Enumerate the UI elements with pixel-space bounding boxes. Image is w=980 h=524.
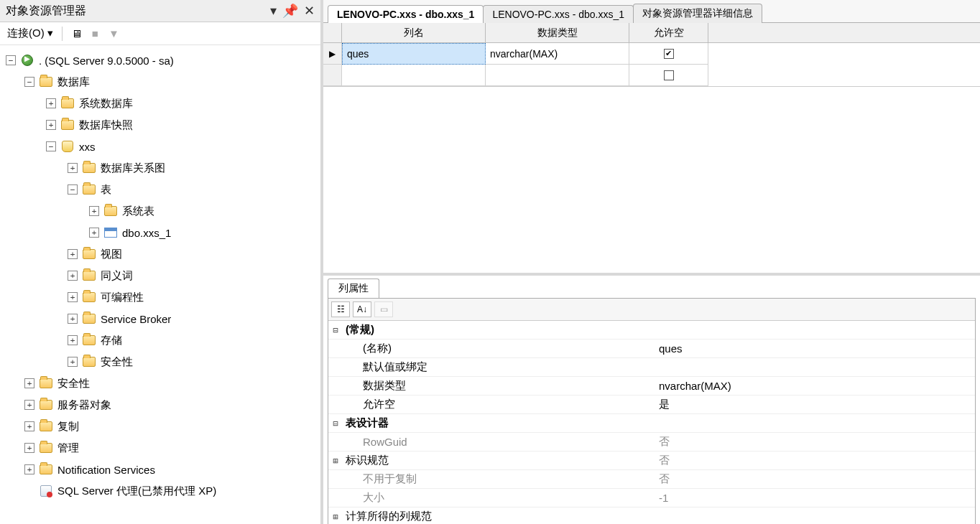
server-icon [22,55,33,66]
expand-icon[interactable]: ⊞ [328,512,343,522]
prop-rowguid[interactable]: RowGuid 否 [328,433,975,452]
expand-icon[interactable]: + [46,120,56,130]
object-explorer-panel: 对象资源管理器 ▾ 📌 ✕ 连接(O) ▾ 🖥 ■ ▼ − . (SQL Ser… [0,0,323,524]
disconnect-icon[interactable]: 🖥 [68,26,85,41]
tree-snapshots-node[interactable]: + 数据库快照 [3,114,318,136]
table-icon [104,228,117,238]
cell-allow-null[interactable]: ✔ [629,43,708,65]
close-icon[interactable]: ✕ [304,3,315,19]
collapse-icon[interactable]: ⊟ [328,325,343,335]
expand-icon[interactable]: + [24,400,34,410]
tree-storage-node[interactable]: + 存储 [3,329,318,351]
collapse-icon[interactable]: − [46,141,56,151]
folder-icon [40,464,52,474]
expand-icon[interactable]: + [24,421,34,431]
folder-icon [40,443,52,453]
tree-tables-node[interactable]: − 表 [3,179,318,200]
collapse-icon[interactable]: − [6,55,16,65]
folder-icon [40,77,52,87]
prop-default[interactable]: 默认值或绑定 [328,358,975,377]
tab-column-properties[interactable]: 列属性 [328,279,379,298]
tree-usertable-node[interactable]: + dbo.xxs_1 [3,222,318,243]
expand-icon[interactable]: + [68,249,78,259]
tree-servicebroker-node[interactable]: + Service Broker [3,308,318,329]
expand-icon[interactable]: + [46,98,56,108]
tree-synonyms-node[interactable]: + 同义词 [3,265,318,286]
tree-server-node[interactable]: − . (SQL Server 9.0.5000 - sa) [3,50,318,71]
tree-dbsecurity-node[interactable]: + 安全性 [3,351,318,373]
prop-identity[interactable]: ⊞ 标识规范 否 [328,452,975,470]
tree-serverobjects-node[interactable]: + 服务器对象 [3,394,318,416]
prop-group-designer[interactable]: ⊟ 表设计器 [328,414,975,433]
expand-icon[interactable]: + [68,314,78,324]
grid-row[interactable]: ▶ ques nvarchar(MAX) ✔ [323,43,980,65]
expand-icon[interactable]: + [68,357,78,367]
tree-db-xxs-node[interactable]: − xxs [3,136,318,157]
expand-icon[interactable]: + [68,163,78,173]
column-properties-panel: 列属性 ☷ A↓ ▭ ⊟ (常规) [323,273,980,524]
grid-row-empty[interactable] [323,65,980,86]
folder-icon [83,314,96,324]
expand-icon[interactable]: + [68,292,78,302]
prop-notforrepl[interactable]: 不用于复制 否 [328,470,975,489]
tree-sysdb-node[interactable]: + 系统数据库 [3,93,318,114]
row-indicator-icon: ▶ [329,49,336,59]
cell-column-name[interactable]: ques [342,43,486,65]
checkbox-unchecked-icon[interactable] [664,70,674,80]
expand-icon[interactable]: + [89,206,99,216]
categorized-view-icon[interactable]: ☷ [331,301,350,317]
tree-replication-node[interactable]: + 复制 [3,416,318,437]
collapse-icon[interactable]: − [24,77,34,87]
cell-data-type[interactable]: nvarchar(MAX) [486,43,629,65]
collapse-icon[interactable]: ⊟ [328,418,343,429]
tab-table-designer-1[interactable]: LENOVO-PC.xxs - dbo.xxs_1 [328,5,484,23]
expand-icon[interactable]: + [68,271,78,281]
prop-group-general[interactable]: ⊟ (常规) [328,321,975,340]
document-tabs: LENOVO-PC.xxs - dbo.xxs_1 LENOVO-PC.xxs … [323,0,980,23]
folder-icon [40,378,52,388]
prop-size[interactable]: 大小 -1 [328,489,975,507]
tree-systables-node[interactable]: + 系统表 [3,200,318,222]
expand-icon[interactable]: ⊞ [328,456,343,466]
alphabetical-view-icon[interactable]: A↓ [353,301,371,317]
designer-empty-area [323,87,980,273]
grid-header-allownull[interactable]: 允许空 [629,23,708,42]
tab-object-explorer-details[interactable]: 对象资源管理器详细信息 [633,4,762,23]
grid-header-datatype[interactable]: 数据类型 [486,23,629,42]
expand-icon[interactable]: + [68,335,78,345]
folder-icon [83,163,96,173]
cell-allow-null[interactable] [629,65,708,86]
connect-button[interactable]: 连接(O) ▾ [4,25,56,42]
tab-table-designer-2[interactable]: LENOVO-PC.xxs - dbo.xxs_1 [483,5,634,23]
checkbox-checked-icon[interactable]: ✔ [664,49,674,59]
grid-header-selector [323,23,342,42]
prop-datatype[interactable]: 数据类型 nvarchar(MAX) [328,377,975,396]
expand-icon[interactable]: + [89,228,99,238]
tree-views-node[interactable]: + 视图 [3,243,318,265]
folder-icon [83,335,96,345]
prop-computed[interactable]: ⊞ 计算所得的列规范 [328,507,975,524]
prop-allownull[interactable]: 允许空 是 [328,396,975,414]
pin-icon[interactable]: 📌 [282,3,298,19]
tree-programmability-node[interactable]: + 可编程性 [3,286,318,308]
filter-icon[interactable]: ▼ [106,26,122,41]
tree-agent-node[interactable]: SQL Server 代理(已禁用代理 XP) [3,480,318,502]
stop-icon[interactable]: ■ [89,26,101,41]
cell-data-type[interactable] [486,65,629,86]
expand-icon[interactable]: + [24,443,34,453]
collapse-icon[interactable]: − [68,184,78,195]
tree-databases-node[interactable]: − 数据库 [3,71,318,93]
cell-column-name[interactable] [342,65,486,86]
prop-name[interactable]: (名称) ques [328,340,975,358]
tree-management-node[interactable]: + 管理 [3,437,318,459]
tree-security-node[interactable]: + 安全性 [3,373,318,394]
tree-notification-node[interactable]: + Notification Services [3,459,318,480]
grid-header-colname[interactable]: 列名 [342,23,486,42]
expand-icon[interactable]: + [24,464,34,474]
folder-icon [61,120,74,130]
dropdown-icon[interactable]: ▾ [270,3,277,19]
expand-icon[interactable]: + [24,378,34,388]
folder-icon [83,292,96,302]
tree-diagrams-node[interactable]: + 数据库关系图 [3,157,318,179]
property-pages-icon: ▭ [374,301,393,317]
